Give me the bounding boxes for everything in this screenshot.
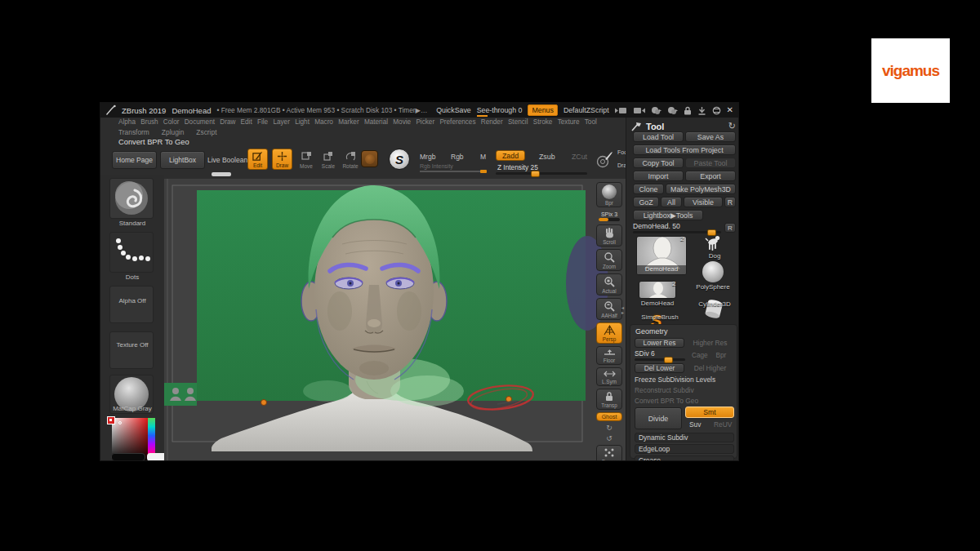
sculpt-viewport[interactable] [164, 179, 626, 461]
menu-item[interactable]: Tool [585, 118, 597, 126]
sculpt-hand-icon[interactable] [667, 106, 678, 115]
tray-divider-handle[interactable]: ◂▸ [621, 305, 624, 315]
ghost-button[interactable]: Ghost [596, 412, 622, 421]
texture-thumbnail[interactable] [109, 331, 154, 369]
lock-icon[interactable] [684, 106, 692, 115]
actual-button[interactable]: Actual [596, 273, 622, 295]
panel-refresh-icon[interactable]: ↻ [728, 121, 736, 131]
menu-item[interactable]: Macro [314, 118, 333, 126]
stroke-thumbnail[interactable] [109, 232, 154, 273]
m-toggle[interactable]: M [480, 153, 486, 161]
del-lower-button[interactable]: Del Lower [635, 363, 684, 373]
dynamic-subdiv-section[interactable]: Dynamic Subdiv [635, 433, 734, 442]
menu-item[interactable]: Edit [241, 118, 252, 126]
copy-tool-button[interactable]: Copy Tool [633, 158, 684, 168]
current-material-swatch[interactable] [361, 150, 378, 167]
live-boolean-button[interactable]: Live Boolean [207, 156, 247, 164]
make-polymesh3d-button[interactable]: Make PolyMesh3D [666, 184, 736, 194]
load-tools-from-project-button[interactable]: Load Tools From Project [633, 144, 736, 155]
next-ui-icon[interactable] [633, 107, 645, 114]
spix-slider[interactable]: SPix 3 [596, 210, 622, 222]
import-button[interactable]: Import [633, 171, 684, 181]
scroll-button[interactable]: Scroll [596, 224, 622, 247]
tool-thumb-polysphere[interactable] [702, 261, 724, 282]
goz-all-button[interactable]: All [661, 197, 682, 207]
menu-item[interactable]: Document [185, 118, 215, 126]
minimize-icon[interactable] [697, 106, 706, 115]
paint-hand-icon[interactable] [651, 106, 662, 115]
goz-visible-button[interactable]: Visible [684, 197, 723, 207]
suv-toggle[interactable]: Suv [689, 420, 701, 429]
floor-button[interactable]: Floor [596, 346, 622, 365]
brush-thumbnail[interactable] [109, 178, 154, 219]
zoom-button[interactable]: Zoom [596, 249, 622, 271]
active-tool-slider[interactable]: DemoHead. 50 [633, 222, 721, 233]
tool-thumb-demohead-small[interactable] [639, 281, 676, 299]
zsub-button[interactable]: Zsub [539, 153, 555, 161]
prev-ui-icon[interactable] [615, 107, 627, 114]
goz-button[interactable]: GoZ [633, 197, 659, 207]
close-button[interactable]: ✕ [727, 106, 733, 114]
menu-item[interactable]: Brush [140, 118, 158, 126]
xpose-button[interactable]: ↺ [596, 434, 622, 442]
edit-mode-button[interactable]: Edit [247, 149, 268, 170]
load-tool-button[interactable]: Load Tool [633, 131, 684, 142]
menu-item[interactable]: Light [295, 118, 310, 126]
goz-r-button[interactable]: R [724, 197, 736, 207]
menu-item[interactable]: Picker [416, 118, 434, 126]
aahalf-button[interactable]: AAHalf [596, 298, 622, 320]
lsym-button[interactable]: L.Sym [596, 367, 622, 386]
mrgb-toggle[interactable]: Mrgb [420, 153, 435, 161]
menu-item[interactable]: Color [163, 118, 180, 126]
divide-button[interactable]: Divide [635, 407, 682, 429]
quicksave-button[interactable]: QuickSave [436, 106, 471, 114]
tool-thumb-demohead-large[interactable]: DemoHead [636, 236, 687, 275]
lower-res-button[interactable]: Lower Res [635, 338, 684, 348]
menu-item[interactable]: Stroke [533, 118, 553, 126]
menu-item[interactable]: File [257, 118, 268, 126]
z-intensity-slider[interactable] [496, 172, 587, 175]
rgb-intensity-slider[interactable] [420, 171, 487, 172]
menu-item[interactable]: Transform [118, 128, 149, 136]
zadd-button[interactable]: Zadd [496, 150, 525, 161]
lightbox-button[interactable]: LightBox [160, 151, 205, 169]
menu-item[interactable]: Stencil [508, 118, 528, 126]
menu-item[interactable]: Alpha [118, 118, 136, 126]
alpha-thumbnail[interactable] [109, 286, 154, 323]
active-tool-r-button[interactable]: R [724, 223, 736, 233]
transp-button[interactable]: Transp [596, 389, 622, 410]
home-page-button[interactable]: Home Page [112, 151, 157, 169]
lightbox-tools-button[interactable]: Lightbox▶Tools [633, 210, 703, 220]
smt-toggle[interactable]: Smt [685, 407, 734, 418]
geometry-section[interactable]: Geometry [635, 327, 668, 335]
menu-item[interactable]: Marker [338, 118, 359, 126]
menu-item[interactable]: Material [364, 118, 388, 126]
see-through-slider[interactable]: See-through 0 [477, 106, 523, 114]
crease-section[interactable]: Crease [635, 455, 734, 461]
menu-item[interactable]: Movie [393, 118, 411, 126]
solo-button[interactable]: ↻ [596, 424, 622, 432]
menu-item[interactable]: Zscript [196, 128, 216, 136]
menu-item[interactable]: Preferences [439, 118, 475, 126]
menu-item[interactable]: Draw [220, 118, 235, 126]
frame-button[interactable]: Frame [596, 445, 622, 461]
bpr-button[interactable]: Bpr [596, 182, 622, 207]
link-icon[interactable] [712, 106, 721, 115]
save-as-button[interactable]: Save As [685, 131, 736, 142]
scale-mode-button[interactable]: Scale [319, 151, 337, 169]
tool-thumb-dog[interactable] [705, 234, 721, 252]
default-zscript-button[interactable]: DefaultZScript [564, 106, 609, 114]
export-button[interactable]: Export [685, 171, 736, 181]
move-mode-button[interactable]: Move [297, 151, 315, 169]
stroke-icon[interactable] [595, 151, 613, 169]
menu-item[interactable]: Texture [558, 118, 580, 126]
menu-item[interactable]: Zplugin [162, 128, 184, 136]
clone-button[interactable]: Clone [633, 184, 664, 194]
sdiv-slider[interactable]: SDiv 6 [635, 349, 685, 361]
material-picker-sphere[interactable]: S [389, 149, 410, 170]
edgeloop-section[interactable]: EdgeLoop [635, 444, 734, 454]
freeze-subdivision-button[interactable]: Freeze SubDivision Levels [635, 375, 734, 384]
rotate-mode-button[interactable]: Rotate [341, 151, 359, 169]
rgb-toggle[interactable]: Rgb [451, 153, 464, 161]
menu-item[interactable]: Render [481, 118, 503, 126]
